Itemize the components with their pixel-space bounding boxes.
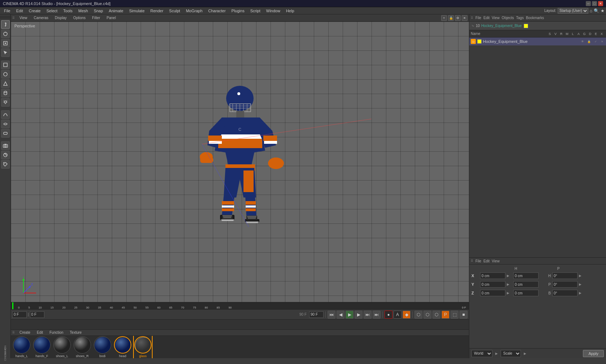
attr-view-menu[interactable]: View — [492, 259, 500, 263]
menu-mesh[interactable]: Mesh — [76, 8, 91, 14]
material-glass[interactable]: glass — [134, 336, 152, 358]
menu-tools[interactable]: Tools — [61, 8, 75, 14]
obj-mgr-view[interactable]: View — [492, 16, 500, 20]
menu-simulate[interactable]: Simulate — [127, 8, 147, 14]
viewport-lock[interactable]: 🔒 — [448, 15, 454, 21]
bookmark-icon[interactable]: ★ — [601, 8, 605, 13]
viewport-handle[interactable]: ⠿ — [12, 16, 15, 20]
transform-type-select[interactable]: Scale Move Rotate — [501, 350, 521, 357]
obj-prop-x[interactable]: ✕ — [600, 40, 605, 43]
viewport-canvas[interactable]: Perspective — [11, 22, 469, 302]
material-head[interactable]: head — [114, 336, 131, 358]
tool-cone[interactable] — [1, 79, 10, 88]
timeline-options-5[interactable]: ⬚ — [451, 311, 458, 319]
minimize-button[interactable]: ─ — [586, 1, 591, 6]
prev-frame-button[interactable]: ◀ — [337, 311, 344, 319]
timeline-options-3[interactable]: ⬡ — [432, 311, 440, 319]
menu-select[interactable]: Select — [44, 8, 60, 14]
attr-file-menu[interactable]: File — [475, 259, 481, 263]
material-hands-f[interactable]: hands_F — [33, 336, 50, 358]
attr-edit-menu[interactable]: Edit — [483, 259, 489, 263]
menu-script[interactable]: Script — [248, 8, 263, 14]
material-function-menu[interactable]: Function — [48, 330, 65, 335]
obj-mgr-edit[interactable]: Edit — [483, 16, 489, 20]
viewport-options-menu[interactable]: Options — [71, 15, 87, 20]
attr-handle[interactable]: ⠿ — [471, 259, 473, 263]
viewport-maximize[interactable]: + — [441, 15, 447, 21]
viewport-display-menu[interactable]: Display — [53, 15, 69, 20]
material-create-menu[interactable]: Create — [18, 330, 32, 335]
obj-prop-eye[interactable]: 👁 — [580, 40, 585, 43]
menu-plugins[interactable]: Plugins — [229, 8, 247, 14]
record-button[interactable]: ● — [385, 311, 392, 319]
tool-select[interactable] — [1, 48, 10, 57]
viewport-settings[interactable]: ⚙ — [455, 15, 461, 21]
menu-render[interactable]: Render — [148, 8, 166, 14]
layout-select[interactable]: Startup (User) — [558, 8, 588, 14]
menu-file[interactable]: File — [1, 8, 13, 14]
tool-tag[interactable] — [1, 160, 10, 169]
keyframe-button[interactable]: ◆ — [403, 311, 410, 319]
viewport-filter-menu[interactable]: Filter — [90, 15, 102, 20]
tool-camera[interactable] — [1, 141, 10, 150]
tool-light[interactable] — [1, 98, 10, 107]
maximize-button[interactable]: □ — [592, 1, 597, 6]
next-frame-button[interactable]: ▶ — [355, 311, 363, 319]
close-button[interactable]: ✕ — [598, 1, 603, 6]
attr-x-pos[interactable] — [480, 272, 505, 279]
attr-y-size[interactable] — [513, 281, 539, 288]
obj-mgr-objects[interactable]: Objects — [502, 16, 514, 20]
obj-prop-lock[interactable]: 🔒 — [587, 40, 592, 43]
timeline-options-4[interactable]: P — [442, 311, 449, 319]
menu-snap[interactable]: Snap — [91, 8, 106, 14]
go-start-button[interactable]: ⏮ — [328, 311, 335, 319]
tool-material[interactable] — [1, 151, 10, 159]
tool-move[interactable] — [1, 20, 10, 29]
play-reverse-button[interactable]: ⏭ — [373, 311, 381, 319]
attr-z-pos[interactable] — [480, 290, 505, 296]
timeline-options-6[interactable]: ■ — [460, 311, 467, 319]
menu-character[interactable]: Character — [206, 8, 228, 14]
material-texture-menu[interactable]: Texture — [68, 330, 84, 335]
end-frame-input[interactable] — [309, 311, 324, 318]
tool-sphere[interactable] — [1, 70, 10, 79]
attr-y-angle[interactable] — [552, 281, 578, 288]
menu-create[interactable]: Create — [26, 8, 43, 14]
timeline-options-1[interactable]: ⬡ — [414, 311, 422, 319]
obj-mgr-tags[interactable]: Tags — [516, 16, 524, 20]
tool-deformer[interactable] — [1, 129, 10, 138]
tool-scale[interactable] — [1, 39, 10, 48]
viewport-close[interactable]: ✕ — [462, 15, 467, 21]
material-body[interactable]: bodi — [94, 336, 111, 358]
menu-sculpt[interactable]: Sculpt — [167, 8, 183, 14]
menu-animate[interactable]: Animate — [106, 8, 126, 14]
obj-mgr-bookmarks[interactable]: Bookmarks — [526, 16, 544, 20]
coord-system-select[interactable]: World Object Screen — [471, 350, 492, 357]
timeline-options-2[interactable]: ⬡ — [423, 311, 431, 319]
viewport-panel-menu[interactable]: Panel — [105, 15, 118, 20]
obj-row-hockey[interactable]: 🗂 Hockey_Equipment_Blue 👁 🔒 ✓ ✕ — [469, 37, 606, 45]
menu-mograph[interactable]: MoGraph — [183, 8, 205, 14]
viewport-view-menu[interactable]: View — [18, 15, 29, 20]
attr-z-angle[interactable] — [552, 290, 578, 296]
sidebar-handle[interactable] — [0, 16, 10, 19]
attr-y-pos[interactable] — [480, 281, 505, 288]
obj-mgr-file[interactable]: File — [475, 16, 481, 20]
home-icon[interactable]: ⌂ — [590, 8, 592, 13]
auto-key-button[interactable]: A — [394, 311, 401, 319]
play-button[interactable]: ▶ — [346, 311, 354, 319]
attr-x-size[interactable] — [513, 272, 539, 279]
material-shoes-r[interactable]: shoes_R — [74, 336, 91, 358]
attr-z-size[interactable] — [513, 290, 539, 296]
tool-box[interactable] — [1, 61, 10, 69]
menu-edit[interactable]: Edit — [14, 8, 26, 14]
tool-rotate[interactable] — [1, 30, 10, 38]
material-shoes-l[interactable]: shoes_L — [53, 336, 71, 358]
search-icon[interactable]: 🔍 — [594, 8, 599, 13]
menu-window[interactable]: Window — [264, 8, 283, 14]
scene-name[interactable]: Hockey_Equipment_Blue — [481, 24, 522, 28]
menu-help[interactable]: Help — [284, 8, 297, 14]
viewport-cameras-menu[interactable]: Cameras — [32, 15, 50, 20]
material-edit-menu[interactable]: Edit — [35, 330, 45, 335]
current-frame-input[interactable] — [12, 311, 27, 318]
